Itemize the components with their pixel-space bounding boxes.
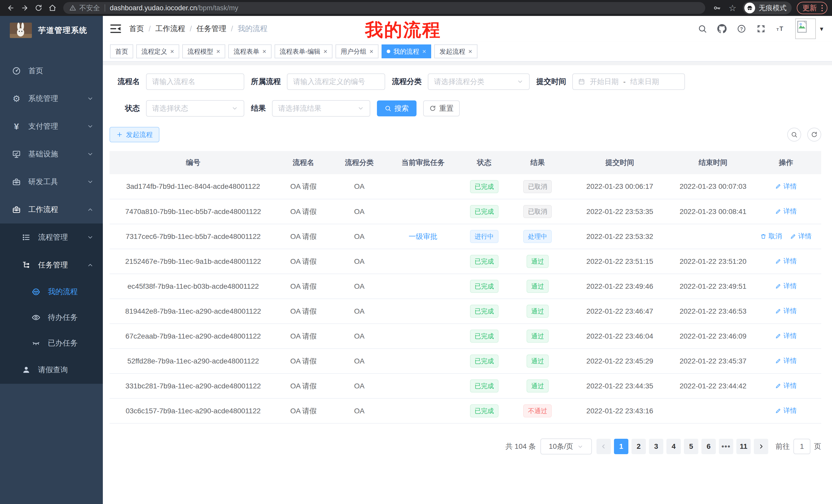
detail-button[interactable]: 详情 [790, 232, 812, 241]
status-select[interactable]: 请选择状态 [146, 100, 244, 117]
detail-button[interactable]: 详情 [775, 257, 797, 265]
start-process-button[interactable]: 发起流程 [109, 127, 159, 142]
sidebar-item-infrastructure[interactable]: 基础设施 [0, 140, 103, 168]
sidebar-item-leave-query[interactable]: 请假查询 [0, 356, 103, 384]
detail-button[interactable]: 详情 [775, 182, 797, 191]
filter-row-1: 流程名 所属流程 流程分类 请选择流程分类 提交时间 开始日期 - 结束日期 [109, 74, 821, 90]
back-icon[interactable] [5, 2, 17, 14]
page-button-11[interactable]: 11 [736, 439, 751, 454]
edit-icon [775, 208, 781, 215]
sidebar-item-workflow[interactable]: 工作流程 [0, 196, 103, 223]
col-current-task: 当前审批任务 [389, 151, 458, 174]
sidebar-item-done-tasks[interactable]: 已办任务 [0, 330, 103, 356]
address-bar[interactable]: 不安全 dashboard.yudao.iocoder.cn /bpm/task… [63, 2, 705, 14]
workflow-submenu: 流程管理 任务管理 我的流程 [0, 223, 103, 384]
close-icon[interactable]: × [262, 48, 266, 55]
tab-user-group[interactable]: 用户分组× [336, 45, 379, 58]
logo-row: 芋道管理系统 [0, 16, 103, 45]
detail-button[interactable]: 详情 [775, 356, 797, 365]
screenshot-annotation: 我的流程 [365, 18, 441, 42]
tags-view: 首页 流程定义× 流程模型× 流程表单× 流程表单-编辑× 用户分组× 我的流程… [103, 41, 832, 62]
svg-text:T: T [777, 27, 779, 32]
home-icon[interactable] [46, 2, 59, 14]
search-icon[interactable] [698, 24, 707, 34]
tab-my-processes[interactable]: 我的流程× [382, 45, 431, 58]
page-button-4[interactable]: 4 [667, 439, 681, 454]
close-icon[interactable]: × [323, 48, 327, 55]
reset-button[interactable]: 重置 [423, 101, 460, 116]
sidebar-item-task-management[interactable]: 任务管理 [0, 251, 103, 279]
detail-button[interactable]: 详情 [775, 331, 797, 340]
detail-button[interactable]: 详情 [775, 282, 797, 290]
sidebar-item-system[interactable]: ⚙ 系统管理 [0, 85, 103, 113]
more-pages-button[interactable]: ••• [719, 439, 733, 454]
process-category-select[interactable]: 请选择流程分类 [428, 74, 530, 90]
edit-icon [790, 233, 796, 240]
prev-page-button[interactable] [597, 439, 611, 454]
close-icon[interactable]: × [216, 48, 220, 55]
close-icon[interactable]: × [468, 48, 472, 55]
breadcrumb-task-management[interactable]: 任务管理 [197, 24, 226, 34]
password-key-icon[interactable] [712, 2, 722, 14]
col-name: 流程名 [277, 151, 330, 174]
help-icon[interactable]: ? [737, 24, 746, 34]
sidebar-item-todo-tasks[interactable]: 待办任务 [0, 305, 103, 330]
close-icon[interactable]: × [422, 48, 426, 55]
start-date-placeholder[interactable]: 开始日期 [590, 77, 619, 87]
detail-button[interactable]: 详情 [775, 306, 797, 315]
end-date-placeholder[interactable]: 结束日期 [630, 77, 659, 87]
chevron-down-icon [87, 151, 94, 158]
toolbar-right: ☆ 无痕模式 更新 [710, 2, 827, 15]
sidebar-item-payment[interactable]: ¥ 支付管理 [0, 113, 103, 140]
goto-page-input[interactable] [794, 439, 810, 454]
forward-icon[interactable] [19, 2, 31, 14]
github-icon[interactable] [717, 24, 727, 34]
reload-icon[interactable] [32, 2, 45, 14]
close-icon[interactable]: × [369, 48, 373, 55]
process-name-label: 流程名 [109, 77, 140, 87]
sidebar-item-home[interactable]: 首页 [0, 57, 103, 85]
bookmark-star-icon[interactable]: ☆ [727, 2, 738, 14]
cancel-button[interactable]: 取消 [760, 232, 782, 241]
page-size-select[interactable]: 10条/页 [541, 439, 592, 454]
tab-process-form-edit[interactable]: 流程表单-编辑× [275, 45, 333, 58]
sidebar-fold-icon[interactable] [110, 24, 121, 34]
page-button-6[interactable]: 6 [701, 439, 716, 454]
table-row: 03c6c157-7b9a-11ec-a290-acde48001122 OA … [109, 398, 821, 423]
avatar [795, 19, 816, 39]
breadcrumb-workflow[interactable]: 工作流程 [155, 24, 185, 34]
detail-button[interactable]: 详情 [775, 381, 797, 390]
browser-menu-icon[interactable] [822, 5, 823, 11]
detail-button[interactable]: 详情 [775, 207, 797, 216]
refresh-table-button[interactable] [807, 128, 821, 142]
process-name-input[interactable] [146, 74, 244, 90]
toggle-search-button[interactable] [787, 128, 801, 142]
fullscreen-icon[interactable] [756, 24, 766, 34]
result-select[interactable]: 请选择流结果 [272, 100, 370, 117]
sidebar-item-process-management[interactable]: 流程管理 [0, 223, 103, 251]
sidebar-item-my-processes[interactable]: 我的流程 [0, 279, 103, 305]
font-size-icon[interactable]: TT [776, 24, 785, 34]
next-page-button[interactable] [754, 439, 768, 454]
update-button[interactable]: 更新 [797, 2, 827, 14]
tab-start-process[interactable]: 发起流程× [434, 45, 477, 58]
edit-icon [775, 333, 781, 339]
page-button-2[interactable]: 2 [631, 439, 646, 454]
sidebar-item-dev-tools[interactable]: 研发工具 [0, 168, 103, 196]
breadcrumb-home[interactable]: 首页 [129, 24, 144, 34]
submit-time-range-picker[interactable]: 开始日期 - 结束日期 [572, 74, 685, 90]
detail-button[interactable]: 详情 [775, 406, 797, 415]
tab-process-form[interactable]: 流程表单× [228, 45, 271, 58]
close-icon[interactable]: × [170, 48, 174, 55]
page-button-5[interactable]: 5 [684, 439, 698, 454]
tab-process-model[interactable]: 流程模型× [182, 45, 225, 58]
page-button-3[interactable]: 3 [649, 439, 663, 454]
page-button-1[interactable]: 1 [614, 439, 628, 454]
tab-home[interactable]: 首页 [110, 45, 133, 58]
tab-process-definition[interactable]: 流程定义× [136, 45, 179, 58]
current-task-link[interactable]: 一级审批 [409, 232, 437, 241]
search-button[interactable]: 搜索 [377, 101, 417, 116]
chevron-down-icon [231, 105, 238, 112]
user-menu[interactable]: ▾ [795, 19, 823, 39]
process-definition-input[interactable] [287, 74, 385, 90]
